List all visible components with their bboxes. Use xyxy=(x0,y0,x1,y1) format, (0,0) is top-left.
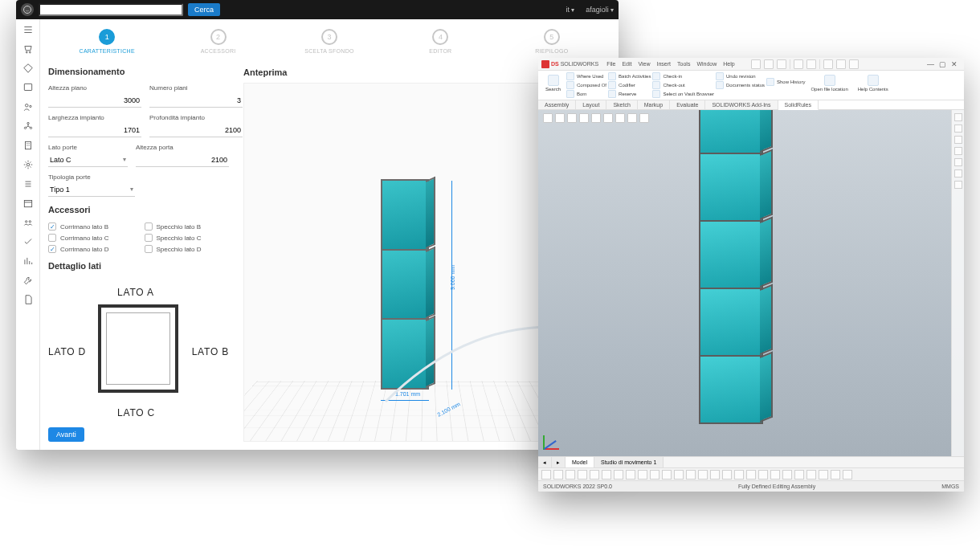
tab-markup[interactable]: Markup xyxy=(638,100,670,109)
chk-corrimano-d[interactable]: Corrimano lato D xyxy=(48,245,133,253)
qat-opts-icon[interactable] xyxy=(849,59,859,69)
hud-btn-9[interactable] xyxy=(639,113,649,123)
lang-dropdown[interactable]: it xyxy=(566,6,575,14)
menu-icon[interactable] xyxy=(22,24,34,35)
list-icon[interactable] xyxy=(22,178,34,190)
step-2[interactable]: 2ACCESSORI xyxy=(162,29,273,54)
bt-motion[interactable]: Studio di movimento 1 xyxy=(594,457,664,467)
menu-help[interactable]: Help xyxy=(723,61,734,67)
tab-evaluate[interactable]: Evaluate xyxy=(670,100,705,109)
rb-bom[interactable]: Bom xyxy=(566,90,606,98)
bt-ico[interactable] xyxy=(602,470,611,480)
qat-undo-icon[interactable] xyxy=(823,59,833,69)
bt-ico[interactable] xyxy=(553,470,563,480)
bt-ico[interactable] xyxy=(566,470,575,480)
bt-ico[interactable] xyxy=(710,470,720,480)
rb-select-vault[interactable]: Select on Vault Browser xyxy=(652,90,714,98)
inp-altezza-piano[interactable] xyxy=(48,93,141,108)
bt-ico[interactable] xyxy=(746,470,756,480)
doc-icon[interactable] xyxy=(22,294,34,305)
sel-lato-porte[interactable]: Lato C xyxy=(48,153,128,167)
rb-open-file-loc[interactable]: Open file location xyxy=(806,72,851,98)
gear-icon[interactable] xyxy=(22,159,34,170)
bt-ico[interactable] xyxy=(541,470,551,480)
qat-redo-icon[interactable] xyxy=(836,59,846,69)
rb-checkout[interactable]: Check-out xyxy=(652,81,714,89)
rb-composed-of[interactable]: Composed Of xyxy=(566,81,606,89)
chk-specchio-c[interactable]: Specchio lato C xyxy=(145,234,230,242)
user-dropdown[interactable]: afagioli xyxy=(586,6,614,14)
cart-icon[interactable] xyxy=(22,43,34,55)
tab-sketch[interactable]: Sketch xyxy=(606,100,637,109)
qat-open-icon[interactable] xyxy=(777,59,786,69)
menu-view[interactable]: View xyxy=(638,61,650,67)
tag-icon[interactable] xyxy=(22,63,34,74)
qat-save-icon[interactable] xyxy=(794,59,803,69)
rb-reserve[interactable]: Reserve xyxy=(608,90,651,98)
bt-ico[interactable] xyxy=(650,470,659,480)
step-4[interactable]: 4EDITOR xyxy=(385,29,496,54)
menu-insert[interactable]: Insert xyxy=(657,61,672,67)
rr-1[interactable] xyxy=(954,113,962,121)
bt-ico[interactable] xyxy=(722,470,732,480)
tab-addins[interactable]: SOLIDWORKS Add-Ins xyxy=(705,100,778,109)
bt-ico[interactable] xyxy=(758,470,768,480)
bt-next-icon[interactable]: ▸ xyxy=(552,457,566,467)
inp-numero-piani[interactable] xyxy=(149,93,243,108)
rb-help[interactable]: Help Contents xyxy=(854,72,892,98)
search-button[interactable]: Cerca xyxy=(188,3,220,16)
bt-ico[interactable] xyxy=(686,470,696,480)
hud-btn-8[interactable] xyxy=(627,113,637,123)
chk-corrimano-c[interactable]: Corrimano lato C xyxy=(48,234,133,242)
qat-print-icon[interactable] xyxy=(806,59,816,69)
bt-ico[interactable] xyxy=(831,470,840,480)
inp-larghezza[interactable] xyxy=(48,123,141,137)
rb-show-history[interactable]: Show History xyxy=(766,78,805,86)
rr-5[interactable] xyxy=(954,158,962,166)
chk-specchio-b[interactable]: Specchio lato B xyxy=(145,222,230,231)
rb-codifier[interactable]: Codifier xyxy=(608,81,651,89)
tab-assembly[interactable]: Assembly xyxy=(538,100,576,109)
hud-btn-3[interactable] xyxy=(567,113,577,123)
bt-ico[interactable] xyxy=(674,470,684,480)
hud-btn-1[interactable] xyxy=(543,113,553,123)
tab-solidrules[interactable]: SolidRules xyxy=(778,100,819,110)
search-input[interactable] xyxy=(39,3,183,16)
rr-3[interactable] xyxy=(954,136,962,144)
bt-model[interactable]: Model xyxy=(566,457,594,467)
rb-checkin[interactable]: Check-in xyxy=(652,72,714,80)
bt-ico[interactable] xyxy=(806,470,816,480)
rb-where-used[interactable]: Where Used xyxy=(566,72,606,80)
bt-ico[interactable] xyxy=(626,470,635,480)
bt-prev-icon[interactable]: ◂ xyxy=(538,457,552,467)
chart-icon[interactable] xyxy=(22,255,34,267)
step-5[interactable]: 5RIEPILOGO xyxy=(496,29,607,54)
min-icon[interactable]: — xyxy=(927,60,934,68)
group-icon[interactable] xyxy=(22,217,34,228)
menu-file[interactable]: File xyxy=(606,61,615,67)
rb-undo-rev[interactable]: Undo revision xyxy=(716,72,765,80)
folder-icon[interactable] xyxy=(22,82,34,93)
step-3[interactable]: 3SCELTA SFONDO xyxy=(274,29,385,54)
rb-search[interactable]: Search xyxy=(541,72,565,98)
tab-layout[interactable]: Layout xyxy=(576,100,606,109)
rb-batch[interactable]: Batch Activities xyxy=(608,72,651,80)
rr-7[interactable] xyxy=(954,181,962,189)
hud-btn-7[interactable] xyxy=(615,113,625,123)
inp-profondita[interactable] xyxy=(149,123,243,137)
rr-4[interactable] xyxy=(954,147,962,155)
hud-btn-5[interactable] xyxy=(591,113,601,123)
rr-6[interactable] xyxy=(954,169,962,178)
building-icon[interactable] xyxy=(22,140,34,151)
bt-ico[interactable] xyxy=(819,470,828,480)
users-icon[interactable] xyxy=(22,101,34,112)
hud-btn-4[interactable] xyxy=(579,113,589,123)
bt-ico[interactable] xyxy=(590,470,599,480)
step-1[interactable]: 1CARATTERISTICHE xyxy=(51,29,162,54)
bt-ico[interactable] xyxy=(843,470,852,480)
org-icon[interactable] xyxy=(22,120,34,132)
rr-2[interactable] xyxy=(954,124,962,133)
bt-ico[interactable] xyxy=(662,470,672,480)
rb-doc-status[interactable]: Documents status xyxy=(716,81,765,89)
close-icon[interactable]: ✕ xyxy=(951,60,958,68)
